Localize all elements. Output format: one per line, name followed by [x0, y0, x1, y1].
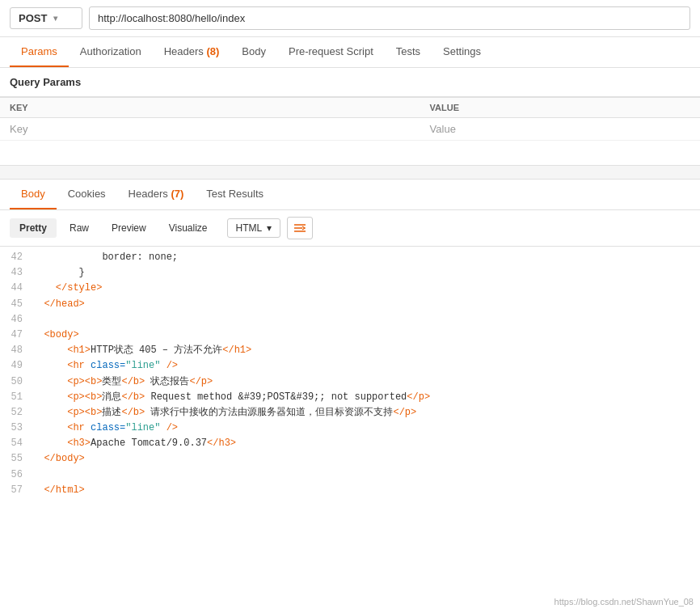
format-chevron: ▾	[267, 222, 272, 234]
line-number: 50	[0, 374, 32, 390]
line-number: 48	[0, 343, 32, 358]
response-tab-cookies[interactable]: Cookies	[57, 180, 117, 209]
table-row: Key Value	[0, 118, 700, 141]
key-cell[interactable]: Key	[0, 118, 420, 141]
line-number: 43	[0, 265, 32, 281]
code-line: 52 <p><b>描述</b> 请求行中接收的方法由源服务器知道，但目标资源不支…	[0, 405, 700, 421]
tab-body[interactable]: Body	[230, 37, 277, 67]
line-number: 55	[0, 451, 32, 467]
format-select[interactable]: HTML ▾	[227, 218, 281, 238]
code-line: 53 <hr class="line" />	[0, 421, 700, 436]
key-column-header: KEY	[0, 98, 420, 118]
response-tab-headers[interactable]: Headers (7)	[117, 180, 196, 209]
code-area: 42 border: none;43 }44 </style>45 </head…	[0, 247, 700, 501]
view-preview-button[interactable]: Preview	[102, 218, 156, 238]
line-number: 51	[0, 390, 32, 405]
tab-pre-request-script[interactable]: Pre-request Script	[277, 37, 385, 67]
tab-settings[interactable]: Settings	[432, 37, 492, 67]
code-line: 42 border: none;	[0, 250, 700, 265]
view-visualize-button[interactable]: Visualize	[159, 218, 217, 238]
view-pretty-button[interactable]: Pretty	[10, 218, 57, 238]
value-cell[interactable]: Value	[420, 118, 700, 141]
code-line: 57 </html>	[0, 483, 700, 498]
line-number: 44	[0, 281, 32, 296]
tab-headers[interactable]: Headers (8)	[153, 37, 231, 67]
section-divider	[0, 165, 700, 180]
tab-authorization[interactable]: Authorization	[69, 37, 153, 67]
line-number: 56	[0, 467, 32, 483]
line-number: 53	[0, 421, 32, 436]
code-line: 54 <h3>Apache Tomcat/9.0.37</h3>	[0, 436, 700, 451]
response-tab-test-results[interactable]: Test Results	[195, 180, 275, 209]
params-table: KEY VALUE Key Value	[0, 97, 700, 141]
url-bar: POST ▾	[0, 0, 700, 37]
request-tabs: Params Authorization Headers (8) Body Pr…	[0, 37, 700, 68]
method-label: POST	[19, 12, 47, 24]
line-number: 47	[0, 328, 32, 343]
code-line: 48 <h1>HTTP状态 405 – 方法不允许</h1>	[0, 343, 700, 358]
code-line: 51 <p><b>消息</b> Request method &#39;POST…	[0, 390, 700, 405]
url-input[interactable]	[89, 6, 690, 30]
line-number: 57	[0, 483, 32, 498]
format-label: HTML	[236, 222, 263, 234]
line-number: 49	[0, 358, 32, 374]
tab-params[interactable]: Params	[10, 37, 69, 67]
code-line: 49 <hr class="line" />	[0, 358, 700, 374]
method-chevron: ▾	[53, 14, 57, 23]
value-column-header: VALUE	[420, 98, 700, 118]
response-tabs: Body Cookies Headers (7) Test Results	[0, 180, 700, 210]
line-number: 46	[0, 312, 32, 328]
code-line: 45 </head>	[0, 297, 700, 312]
line-number: 54	[0, 436, 32, 451]
view-toolbar: Pretty Raw Preview Visualize HTML ▾	[0, 210, 700, 247]
wrap-icon	[293, 222, 306, 234]
query-params-label: Query Params	[0, 68, 700, 97]
method-select[interactable]: POST ▾	[10, 7, 82, 29]
wrap-button[interactable]	[287, 217, 313, 239]
line-number: 52	[0, 405, 32, 421]
tab-tests[interactable]: Tests	[385, 37, 432, 67]
code-line: 46	[0, 312, 700, 328]
line-number: 45	[0, 297, 32, 312]
code-line: 47 <body>	[0, 328, 700, 343]
code-line: 44 </style>	[0, 281, 700, 296]
line-number: 42	[0, 250, 32, 265]
code-line: 50 <p><b>类型</b> 状态报告</p>	[0, 374, 700, 390]
code-line: 55 </body>	[0, 451, 700, 467]
view-raw-button[interactable]: Raw	[60, 218, 99, 238]
code-line: 56	[0, 467, 700, 483]
response-tab-body[interactable]: Body	[10, 180, 57, 209]
code-line: 43 }	[0, 265, 700, 281]
